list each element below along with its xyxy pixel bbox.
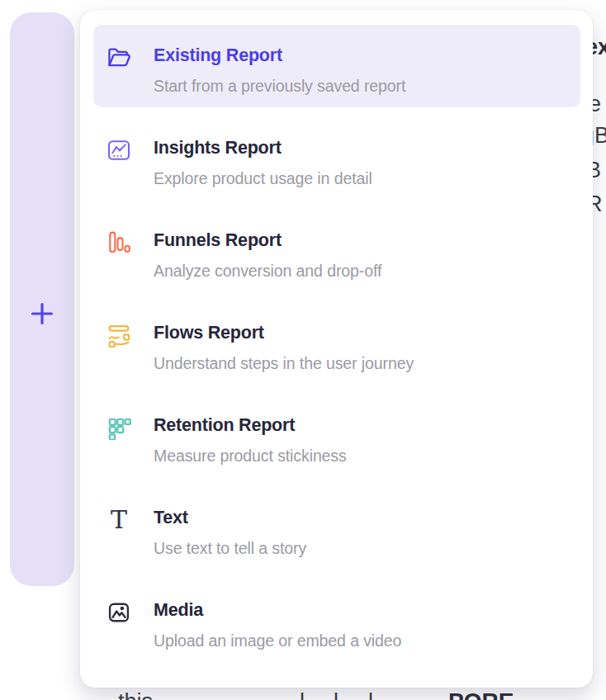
menu-item-subtitle: Analyze conversion and drop-off <box>154 262 381 280</box>
line-chart-icon <box>106 137 132 163</box>
menu-item-insights-report[interactable]: Insights Report Explore product usage in… <box>93 117 580 200</box>
menu-item-subtitle: Understand steps in the user journey <box>154 355 414 372</box>
add-content-rail[interactable] <box>10 12 74 586</box>
menu-item-subtitle: Explore product usage in detail <box>154 170 372 187</box>
menu-item-flows-report[interactable]: Flows Report Understand steps in the use… <box>93 302 580 385</box>
clipped-bg-text: l <box>300 689 305 700</box>
menu-item-funnels-report[interactable]: Funnels Report Analyze conversion and dr… <box>93 210 580 292</box>
menu-item-text[interactable]: T Text Use text to tell a story <box>93 487 580 570</box>
clipped-bg-text: l. <box>368 689 380 700</box>
flows-icon <box>106 322 132 348</box>
menu-item-subtitle: Use text to tell a story <box>154 540 306 557</box>
menu-item-title: Text <box>154 508 306 528</box>
clipped-bg-text: l <box>334 689 339 700</box>
menu-item-title: Funnels Report <box>154 230 381 251</box>
menu-item-retention-report[interactable]: Retention Report Measure product stickin… <box>93 395 580 477</box>
menu-item-title: Media <box>154 600 401 621</box>
folder-open-icon <box>106 45 132 71</box>
text-icon: T <box>106 507 132 533</box>
menu-item-subtitle: Measure product stickiness <box>154 447 347 465</box>
clipped-bg-text: this <box>118 689 153 700</box>
menu-item-existing-report[interactable]: Existing Report Start from a previously … <box>93 25 580 107</box>
plus-icon[interactable] <box>29 300 55 327</box>
add-content-menu: Existing Report Start from a previously … <box>80 10 593 688</box>
menu-item-subtitle: Start from a previously saved report <box>154 78 405 95</box>
retention-grid-icon <box>106 414 132 441</box>
menu-item-title: Insights Report <box>154 138 372 158</box>
funnel-bars-icon <box>106 229 132 256</box>
media-image-icon <box>106 599 132 626</box>
menu-item-media[interactable]: Media Upload an image or embed a video <box>93 579 580 662</box>
clipped-bg-text: PORE <box>448 688 514 700</box>
menu-item-title: Existing Report <box>154 45 405 66</box>
menu-item-subtitle: Upload an image or embed a video <box>154 632 401 650</box>
menu-item-title: Retention Report <box>154 415 347 436</box>
menu-item-title: Flows Report <box>154 323 414 343</box>
